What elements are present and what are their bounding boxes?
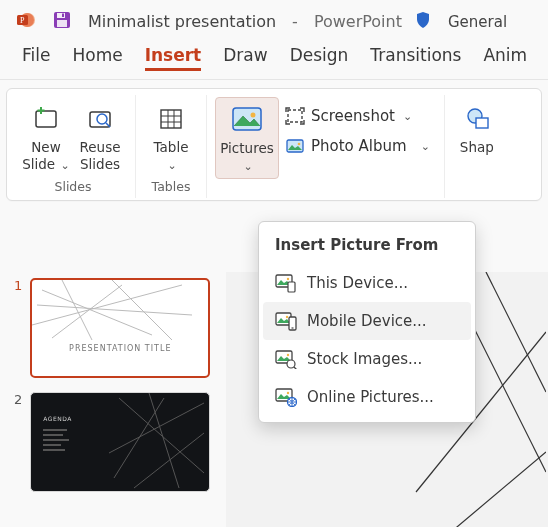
svg-rect-41 xyxy=(288,282,295,292)
tab-animations[interactable]: Anim xyxy=(483,45,527,71)
svg-line-34 xyxy=(114,398,164,478)
powerpoint-logo-icon: P xyxy=(16,10,36,33)
slide1-title: PRESENTATION TITLE xyxy=(32,344,208,353)
new-slide-button[interactable]: New Slide ⌄ xyxy=(19,97,73,177)
chevron-down-icon: ⌄ xyxy=(167,159,176,172)
group-shapes: Shap xyxy=(444,95,509,198)
ribbon-tabs: File Home Insert Draw Design Transitions… xyxy=(0,45,548,80)
menu-item-stock-images[interactable]: Stock Images... xyxy=(263,340,471,378)
group-slides-label: Slides xyxy=(54,179,91,196)
svg-line-37 xyxy=(451,452,546,527)
slide-thumb-2[interactable]: 2 AGENDA xyxy=(14,392,216,492)
svg-rect-23 xyxy=(476,118,488,128)
menu-item-label: This Device... xyxy=(307,274,408,292)
slide-panel: 1 PRESENTATION TITLE 2 AGENDA xyxy=(0,272,226,527)
svg-point-18 xyxy=(251,113,256,118)
svg-line-24 xyxy=(42,290,152,335)
slide-number: 2 xyxy=(14,392,22,492)
slide-thumb-1[interactable]: 1 PRESENTATION TITLE xyxy=(14,278,216,378)
doc-name[interactable]: Minimalist presentation xyxy=(88,12,276,31)
svg-rect-20 xyxy=(287,140,303,152)
shield-icon xyxy=(414,11,432,32)
menu-item-label: Online Pictures... xyxy=(307,388,434,406)
svg-line-33 xyxy=(134,433,204,488)
slide-thumb[interactable]: PRESENTATION TITLE xyxy=(30,278,210,378)
svg-line-35 xyxy=(486,272,546,392)
menu-item-label: Stock Images... xyxy=(307,350,422,368)
app-name: PowerPoint xyxy=(314,12,402,31)
table-button[interactable]: Table⌄ xyxy=(144,97,198,177)
group-tables: Table⌄ Tables xyxy=(136,95,207,198)
save-icon[interactable] xyxy=(52,10,72,33)
new-slide-label: New Slide xyxy=(22,139,61,172)
table-label: Table xyxy=(154,139,189,155)
insert-picture-dropdown: Insert Picture From This Device... Mobil… xyxy=(258,221,476,423)
online-pictures-icon xyxy=(275,387,297,407)
svg-point-47 xyxy=(287,354,289,356)
menu-item-label: Mobile Device... xyxy=(307,312,427,330)
shapes-label: Shap xyxy=(460,139,494,156)
tab-design[interactable]: Design xyxy=(290,45,349,71)
menu-item-this-device[interactable]: This Device... xyxy=(263,264,471,302)
tab-home[interactable]: Home xyxy=(72,45,122,71)
svg-rect-6 xyxy=(57,20,67,27)
photo-album-label: Photo Album xyxy=(311,137,407,155)
group-tables-label: Tables xyxy=(152,179,191,196)
stock-images-icon xyxy=(275,349,297,369)
ribbon-body: New Slide ⌄ Reuse Slides Slides Table⌄ T… xyxy=(6,88,542,201)
tab-insert[interactable]: Insert xyxy=(145,45,202,71)
tab-transitions[interactable]: Transitions xyxy=(370,45,461,71)
screenshot-icon xyxy=(285,107,305,125)
sensitivity-label[interactable]: General xyxy=(448,13,507,31)
pictures-button[interactable]: Pictures⌄ xyxy=(215,97,279,179)
pictures-label: Pictures xyxy=(220,140,273,156)
slide-thumb[interactable]: AGENDA xyxy=(30,392,210,492)
mobile-device-icon xyxy=(275,311,297,331)
tab-file[interactable]: File xyxy=(22,45,50,71)
svg-rect-17 xyxy=(233,108,261,130)
reuse-slides-button[interactable]: Reuse Slides xyxy=(73,97,127,177)
menu-item-online-pictures[interactable]: Online Pictures... xyxy=(263,378,471,416)
shapes-button[interactable]: Shap xyxy=(453,97,501,160)
chevron-down-icon: ⌄ xyxy=(421,140,430,153)
svg-rect-8 xyxy=(36,111,56,127)
svg-point-43 xyxy=(286,316,288,318)
chevron-down-icon: ⌄ xyxy=(57,159,70,172)
svg-rect-7 xyxy=(62,14,64,18)
menu-item-mobile-device[interactable]: Mobile Device... xyxy=(263,302,471,340)
slide2-title: AGENDA xyxy=(43,415,72,422)
chevron-down-icon: ⌄ xyxy=(243,160,252,173)
photo-album-button[interactable]: Photo Album ⌄ xyxy=(281,133,434,159)
title-bar: P Minimalist presentation - PowerPoint G… xyxy=(0,0,548,45)
svg-line-49 xyxy=(294,367,297,369)
screenshot-button[interactable]: Screenshot⌄ xyxy=(281,103,416,129)
photo-album-icon xyxy=(285,137,305,155)
svg-line-28 xyxy=(37,305,192,315)
chevron-down-icon: ⌄ xyxy=(403,110,412,123)
this-device-icon xyxy=(275,273,297,293)
group-slides: New Slide ⌄ Reuse Slides Slides xyxy=(11,95,136,198)
slide-number: 1 xyxy=(14,278,22,378)
svg-line-38 xyxy=(466,312,546,472)
screenshot-label: Screenshot xyxy=(311,107,395,125)
svg-line-32 xyxy=(149,393,179,488)
svg-point-51 xyxy=(287,392,289,394)
title-separator: - xyxy=(292,12,298,31)
svg-text:P: P xyxy=(20,16,25,25)
reuse-slides-label: Reuse Slides xyxy=(75,139,125,173)
svg-line-25 xyxy=(32,285,182,325)
svg-rect-12 xyxy=(161,110,181,128)
svg-point-21 xyxy=(298,143,301,146)
dropdown-header: Insert Picture From xyxy=(263,230,471,264)
group-images: Pictures⌄ Screenshot⌄ Photo Album ⌄ xyxy=(207,95,444,198)
svg-rect-19 xyxy=(288,110,302,122)
svg-point-10 xyxy=(97,114,107,124)
svg-point-40 xyxy=(287,278,289,280)
tab-draw[interactable]: Draw xyxy=(223,45,267,71)
svg-point-48 xyxy=(287,360,295,368)
